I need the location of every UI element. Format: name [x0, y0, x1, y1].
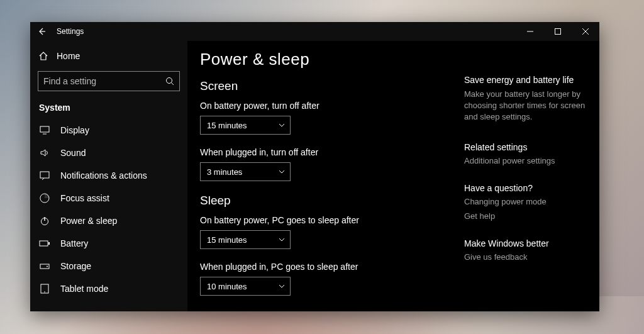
additional-power-link[interactable]: Additional power settings — [464, 156, 587, 165]
sidebar-item-label: Tablet mode — [60, 284, 108, 294]
select-value: 15 minutes — [207, 235, 247, 245]
svg-point-10 — [44, 291, 45, 292]
sidebar-item-label: Storage — [60, 261, 91, 271]
sleep-plugged-label: When plugged in, PC goes to sleep after — [200, 262, 450, 272]
svg-rect-0 — [555, 29, 561, 35]
main-column: Power & sleep Screen On battery power, t… — [200, 48, 450, 311]
get-help-link[interactable]: Get help — [464, 211, 587, 221]
aside-related-heading: Related settings — [464, 142, 587, 152]
sidebar-item-label: Display — [60, 125, 89, 135]
sound-icon — [39, 148, 50, 157]
search-box[interactable] — [38, 71, 180, 91]
svg-rect-3 — [40, 172, 49, 178]
search-icon — [165, 77, 174, 86]
sidebar-item-label: Battery — [60, 238, 88, 248]
sleep-heading: Sleep — [200, 194, 450, 208]
aside-better-heading: Make Windows better — [464, 238, 587, 248]
select-value: 10 minutes — [207, 282, 247, 291]
close-button[interactable] — [572, 22, 599, 41]
home-nav[interactable]: Home — [30, 47, 187, 69]
svg-rect-5 — [40, 241, 48, 246]
sidebar-item-notifications[interactable]: Notifications & actions — [30, 164, 187, 187]
aside-energy-heading: Save energy and battery life — [464, 75, 587, 85]
focus-icon — [39, 193, 50, 203]
storage-icon — [39, 262, 50, 270]
sleep-battery-select[interactable]: 15 minutes — [200, 230, 291, 249]
battery-icon — [39, 240, 50, 247]
minimize-icon — [527, 28, 533, 35]
svg-rect-6 — [48, 242, 50, 245]
screen-battery-label: On battery power, turn off after — [200, 101, 450, 111]
aside-question-heading: Have a question? — [464, 183, 587, 193]
back-button[interactable] — [30, 22, 53, 41]
sidebar-section: System — [30, 100, 187, 119]
maximize-icon — [555, 28, 561, 35]
screen-heading: Screen — [200, 79, 450, 93]
svg-point-8 — [47, 266, 48, 267]
arrow-left-icon — [37, 27, 46, 36]
sleep-battery-label: On battery power, PC goes to sleep after — [200, 215, 450, 225]
chevron-down-icon — [279, 238, 285, 242]
svg-point-1 — [167, 78, 172, 84]
sidebar-item-label: Focus assist — [60, 193, 109, 203]
sidebar-item-label: Power & sleep — [60, 216, 117, 226]
chevron-down-icon — [279, 123, 285, 127]
tablet-icon — [39, 284, 50, 294]
screen-plugged-select[interactable]: 3 minutes — [200, 162, 291, 181]
window-title: Settings — [57, 27, 84, 36]
svg-rect-2 — [40, 126, 49, 132]
aside-column: Save energy and battery life Make your b… — [450, 48, 599, 311]
notifications-icon — [39, 171, 50, 180]
chevron-down-icon — [279, 170, 285, 174]
close-icon — [582, 28, 589, 35]
sidebar: Home System Display Sound Notifications … — [30, 41, 187, 311]
sidebar-item-storage[interactable]: Storage — [30, 255, 187, 277]
power-icon — [39, 216, 50, 226]
sleep-plugged-select[interactable]: 10 minutes — [200, 277, 291, 296]
sidebar-item-focus[interactable]: Focus assist — [30, 187, 187, 209]
maximize-button[interactable] — [544, 22, 572, 41]
aside-energy-text: Make your battery last longer by choosin… — [464, 89, 587, 123]
sidebar-item-battery[interactable]: Battery — [30, 232, 187, 255]
page-title: Power & sleep — [200, 50, 450, 69]
sidebar-item-display[interactable]: Display — [30, 119, 187, 142]
titlebar: Settings — [30, 22, 599, 41]
changing-power-mode-link[interactable]: Changing power mode — [464, 197, 587, 206]
select-value: 15 minutes — [207, 121, 247, 130]
settings-window: Settings Home Syst — [30, 22, 599, 311]
minimize-button[interactable] — [516, 22, 544, 41]
chevron-down-icon — [279, 284, 285, 288]
screen-battery-select[interactable]: 15 minutes — [200, 116, 291, 135]
sidebar-item-sound[interactable]: Sound — [30, 142, 187, 164]
home-label: Home — [57, 51, 80, 61]
screen-plugged-label: When plugged in, turn off after — [200, 147, 450, 157]
content-area: Power & sleep Screen On battery power, t… — [187, 41, 599, 311]
sidebar-item-label: Notifications & actions — [60, 170, 147, 181]
feedback-link[interactable]: Give us feedback — [464, 252, 587, 262]
sidebar-item-power[interactable]: Power & sleep — [30, 209, 187, 232]
search-input[interactable] — [43, 76, 162, 86]
display-icon — [39, 126, 50, 135]
select-value: 3 minutes — [207, 167, 242, 177]
window-controls — [516, 22, 599, 41]
sidebar-item-label: Sound — [60, 148, 86, 158]
sidebar-item-tablet[interactable]: Tablet mode — [30, 277, 187, 300]
home-icon — [38, 51, 49, 61]
